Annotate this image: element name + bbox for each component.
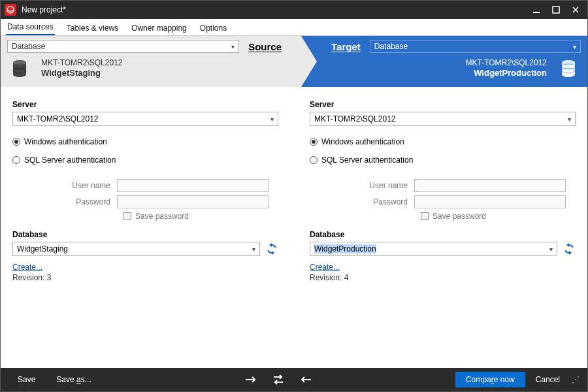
target-database-combo[interactable]: WidgetProduction ▾	[310, 242, 557, 256]
source-username-input[interactable]	[117, 179, 269, 192]
main-window: New project* Data sources Tables & views…	[0, 0, 588, 392]
svg-point-6	[13, 60, 26, 65]
target-auth-sql[interactable]: SQL Server authentication	[310, 155, 576, 165]
tab-tables-views[interactable]: Tables & views	[65, 21, 120, 35]
svg-rect-1	[533, 12, 540, 13]
source-target-banner: Database ▾ Source MKT-TOMR2\SQL2012 Widg…	[1, 36, 587, 87]
password-label: Password	[310, 197, 414, 206]
database-label: Database	[310, 230, 576, 239]
source-db-text: WidgetStaging	[41, 68, 123, 78]
save-button[interactable]: Save	[7, 372, 46, 387]
source-database-value: WidgetStaging	[17, 244, 68, 253]
titlebar: New project*	[1, 1, 587, 19]
target-server-combo[interactable]: MKT-TOMR2\SQL2012 ▾	[310, 112, 576, 126]
chevron-down-icon: ▾	[573, 43, 576, 50]
target-password-input[interactable]	[414, 195, 566, 208]
target-db-text: WidgetProduction	[466, 68, 547, 78]
target-username-input[interactable]	[414, 179, 566, 192]
chevron-down-icon: ▾	[568, 116, 571, 123]
radio-checked-icon	[310, 138, 318, 146]
database-icon	[553, 59, 576, 78]
window-title: New project*	[22, 5, 531, 14]
save-as-button[interactable]: Save as...	[46, 372, 101, 387]
database-icon	[12, 59, 35, 78]
target-create-link[interactable]: Create...	[310, 263, 576, 272]
target-server-text: MKT-TOMR2\SQL2012	[466, 58, 547, 68]
source-database-combo[interactable]: WidgetStaging ▾	[12, 242, 260, 256]
target-auth-windows[interactable]: Windows authentication	[310, 137, 576, 146]
server-label: Server	[310, 100, 576, 109]
target-server-value: MKT-TOMR2\SQL2012	[314, 114, 396, 123]
chevron-down-icon: ▾	[549, 246, 553, 253]
bottombar: Save Save as... Compare now Cancel ⋰	[1, 368, 587, 391]
password-label: Password	[12, 197, 117, 206]
source-server-value: MKT-TOMR2\SQL2012	[17, 114, 99, 123]
database-label: Database	[12, 230, 278, 239]
source-heading: Source	[248, 41, 282, 52]
chevron-down-icon: ▾	[270, 116, 274, 123]
chevron-down-icon: ▾	[231, 43, 235, 50]
svg-point-5	[13, 72, 26, 77]
tab-owner-mapping[interactable]: Owner mapping	[130, 21, 188, 35]
source-create-link[interactable]: Create...	[12, 263, 278, 272]
copy-left-icon[interactable]	[299, 375, 312, 384]
save-password-label: Save password	[433, 212, 486, 221]
refresh-icon[interactable]	[265, 242, 278, 255]
username-label: User name	[12, 181, 117, 190]
app-icon	[5, 4, 16, 16]
svg-point-12	[562, 60, 575, 65]
minimize-button[interactable]	[531, 5, 542, 15]
source-type-value: Database	[12, 42, 45, 51]
source-revision: Revision: 3	[12, 273, 278, 282]
source-password-input[interactable]	[117, 195, 269, 208]
source-panel: Server MKT-TOMR2\SQL2012 ▾ Windows authe…	[1, 87, 290, 368]
svg-point-11	[562, 72, 575, 77]
source-auth-windows[interactable]: Windows authentication	[12, 137, 278, 146]
refresh-icon[interactable]	[563, 242, 576, 255]
resize-grip-icon[interactable]: ⋰	[570, 375, 581, 384]
source-type-dropdown[interactable]: Database ▾	[7, 40, 239, 53]
radio-unchecked-icon	[310, 156, 318, 164]
tabbar: Data sources Tables & views Owner mappin…	[1, 19, 587, 36]
radio-checked-icon	[12, 138, 20, 146]
compare-now-button[interactable]: Compare now	[455, 372, 525, 387]
copy-right-icon[interactable]	[244, 375, 257, 384]
target-database-value: WidgetProduction	[314, 244, 376, 253]
swap-icon[interactable]	[272, 374, 285, 385]
target-type-value: Database	[374, 42, 408, 51]
tab-data-sources[interactable]: Data sources	[6, 20, 55, 35]
save-password-label: Save password	[135, 212, 189, 221]
cancel-button[interactable]: Cancel	[525, 372, 570, 387]
source-auth-sql[interactable]: SQL Server authentication	[12, 155, 278, 165]
body: Server MKT-TOMR2\SQL2012 ▾ Windows authe…	[1, 87, 587, 368]
source-server-combo[interactable]: MKT-TOMR2\SQL2012 ▾	[12, 112, 278, 126]
tab-options[interactable]: Options	[199, 21, 228, 35]
target-revision: Revision: 4	[310, 273, 576, 282]
checkbox-icon[interactable]	[421, 212, 429, 220]
chevron-down-icon: ▾	[252, 246, 255, 253]
target-heading: Target	[331, 41, 361, 52]
maximize-button[interactable]	[551, 5, 561, 15]
checkbox-icon[interactable]	[123, 212, 131, 220]
source-server-text: MKT-TOMR2\SQL2012	[41, 58, 123, 68]
username-label: User name	[310, 181, 414, 190]
radio-unchecked-icon	[12, 156, 20, 164]
target-type-dropdown[interactable]: Database ▾	[370, 40, 581, 53]
close-button[interactable]	[570, 5, 581, 15]
svg-rect-2	[553, 7, 559, 13]
server-label: Server	[12, 100, 278, 109]
target-panel: Server MKT-TOMR2\SQL2012 ▾ Windows authe…	[290, 87, 587, 368]
